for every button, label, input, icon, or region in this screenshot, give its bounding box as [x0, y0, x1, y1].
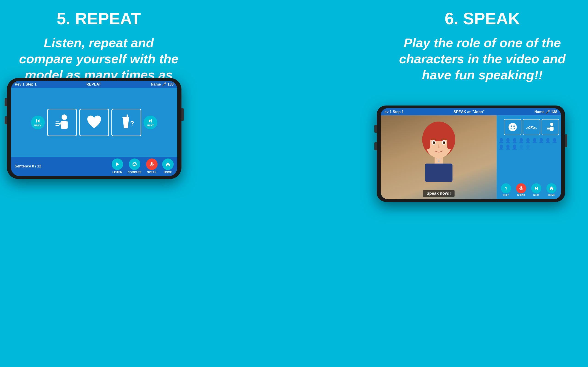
- vol-up-button: [5, 98, 7, 106]
- vol-down-button: [5, 116, 7, 124]
- help-button[interactable]: ? HELP: [501, 183, 511, 196]
- score-icon-2: 👤: [505, 138, 511, 143]
- score-icon-9: 👤: [552, 138, 557, 143]
- home-speak-label: HOME: [548, 194, 555, 196]
- speak-action-buttons: ? HELP: [498, 182, 559, 197]
- speak-right-panel: 👤 👤 👤 👤 👤 👤 👤 👤 👤 👤 👤 👤 👤 👤: [497, 115, 561, 199]
- compare-button[interactable]: COMPARE: [128, 158, 141, 174]
- speak-vol-up: [374, 125, 377, 133]
- speak-label: SPEAK: [147, 171, 156, 174]
- bottom-action-buttons: LISTEN COMPARE: [112, 158, 174, 174]
- mini-icon-smiley: [504, 119, 521, 135]
- sentence-counter: Sentence 8 / 12: [15, 164, 41, 168]
- svg-rect-46: [537, 187, 538, 190]
- svg-marker-45: [535, 187, 537, 190]
- svg-marker-0: [37, 119, 40, 123]
- score-icon-10: 👤: [498, 144, 504, 150]
- left-title: 5. REPEAT: [18, 9, 179, 28]
- phone-speak: ev 1 Step 1 SPEAK as "John" Name 🎤 138: [377, 106, 565, 202]
- speak-screen: ev 1 Step 1 SPEAK as "John" Name 🎤 138: [381, 108, 561, 199]
- speak-mic-button[interactable]: SPEAK: [516, 183, 526, 196]
- score-icon-4: 👤: [519, 138, 524, 143]
- score-people-row: 👤 👤 👤 👤 👤 👤 👤 👤 👤 👤 👤 👤 👤 👤: [498, 137, 559, 151]
- phone-repeat: Rev 1 Step 1 REPEAT Name 🎤 138 PREV.: [7, 78, 182, 179]
- right-title: 6. SPEAK: [395, 9, 570, 28]
- svg-point-31: [444, 142, 445, 143]
- svg-rect-25: [447, 131, 453, 149]
- right-section-header: 6. SPEAK Play the role of one of the cha…: [395, 9, 570, 83]
- speak-status-bar: ev 1 Step 1 SPEAK as "John" Name 🎤 138: [381, 108, 561, 115]
- score-icon-14: 👤: [525, 144, 531, 150]
- svg-rect-9: [127, 115, 128, 121]
- score-icon-8: 👤: [545, 138, 551, 143]
- svg-rect-24: [424, 131, 430, 149]
- svg-point-37: [550, 123, 553, 126]
- svg-rect-8: [122, 117, 129, 118]
- speak-status-left: ev 1 Step 1: [384, 110, 404, 114]
- score-icon-11: 👤: [505, 144, 511, 150]
- repeat-content: PREV.: [11, 88, 177, 157]
- svg-marker-11: [149, 119, 151, 123]
- score-icon-5: 👤: [525, 138, 531, 143]
- svg-rect-1: [36, 119, 37, 123]
- svg-point-33: [509, 123, 517, 131]
- repeat-bottom-bar: Sentence 8 / 12 LISTEN: [11, 157, 177, 176]
- svg-rect-3: [61, 121, 68, 129]
- svg-point-30: [434, 142, 435, 143]
- next-speak-button[interactable]: NEXT: [531, 183, 541, 196]
- mini-icon-handshake: [523, 119, 540, 135]
- character-avatar: [416, 118, 462, 182]
- svg-point-35: [513, 125, 515, 127]
- svg-text:?: ?: [130, 120, 134, 127]
- compare-label: COMPARE: [128, 171, 141, 174]
- prev-label: PREV.: [34, 124, 42, 127]
- svg-rect-12: [151, 119, 152, 123]
- icon-card-speaking: [47, 109, 77, 136]
- speak-power: [565, 134, 567, 147]
- speak-status-right: Name 🎤 138: [535, 110, 557, 114]
- svg-point-16: [135, 163, 136, 164]
- score-icon-1: 👤: [498, 138, 504, 143]
- prev-button[interactable]: PREV.: [31, 116, 45, 129]
- mini-icon-row: [498, 119, 559, 135]
- status-center: REPEAT: [86, 82, 101, 86]
- next-label: NEXT: [147, 124, 154, 127]
- power-button: [182, 108, 184, 121]
- video-panel: Speak now!!: [381, 115, 497, 199]
- listen-button[interactable]: LISTEN: [112, 158, 123, 174]
- home-speak-button[interactable]: HOME: [546, 183, 556, 196]
- svg-point-2: [61, 115, 67, 120]
- home-button[interactable]: HOME: [162, 158, 174, 174]
- svg-rect-43: [520, 186, 522, 189]
- speak-button[interactable]: SPEAK: [146, 158, 157, 174]
- score-icon-7: 👤: [538, 138, 544, 143]
- svg-point-34: [510, 125, 512, 127]
- speak-status-center: SPEAK as "John": [454, 110, 485, 114]
- icon-card-drink: ?: [111, 109, 141, 136]
- status-left: Rev 1 Step 1: [15, 82, 36, 86]
- speak-vol-down: [374, 142, 377, 150]
- svg-marker-13: [116, 162, 119, 166]
- score-icon-6: 👤: [532, 138, 537, 143]
- help-label: HELP: [503, 194, 509, 196]
- right-description: Play the role of one of the characters i…: [395, 35, 570, 83]
- repeat-status-bar: Rev 1 Step 1 REPEAT Name 🎤 138: [11, 81, 177, 88]
- svg-point-32: [438, 160, 440, 162]
- score-icon-13: 👤: [519, 144, 524, 150]
- svg-rect-38: [550, 127, 553, 131]
- home-label: HOME: [164, 171, 172, 174]
- svg-text:?: ?: [505, 186, 507, 190]
- mini-icon-speaking: [542, 119, 559, 135]
- svg-point-36: [531, 126, 532, 128]
- next-speak-label: NEXT: [533, 194, 540, 196]
- score-icon-3: 👤: [512, 138, 518, 143]
- icon-card-heart: [79, 109, 109, 136]
- speak-main-area: Speak now!!: [381, 115, 561, 199]
- status-right: Name 🎤 138: [151, 82, 174, 86]
- repeat-screen: Rev 1 Step 1 REPEAT Name 🎤 138 PREV.: [11, 81, 177, 176]
- next-button[interactable]: NEXT: [144, 116, 157, 129]
- score-icon-12: 👤: [512, 144, 518, 150]
- svg-rect-17: [151, 162, 153, 165]
- speak-now-text: Speak now!!: [423, 190, 455, 197]
- svg-rect-21: [425, 164, 452, 182]
